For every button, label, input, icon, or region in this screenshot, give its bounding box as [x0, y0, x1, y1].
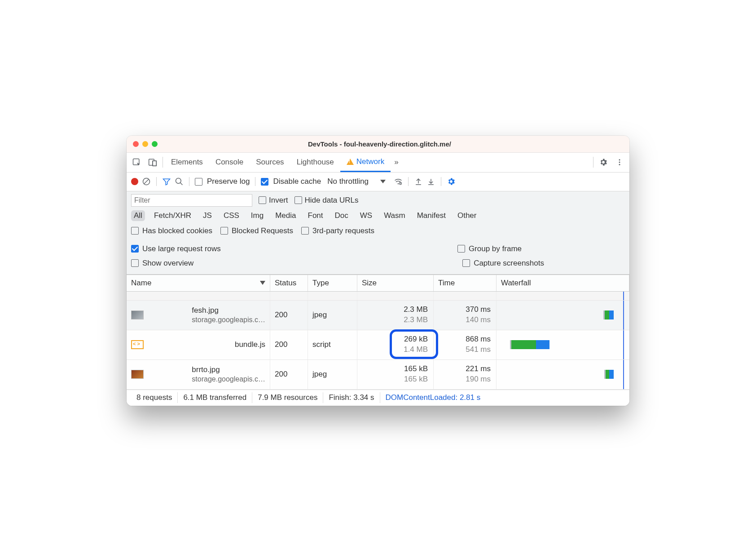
size-cell: 269 kB1.4 MB: [357, 330, 434, 359]
divider: [255, 177, 255, 186]
filter-input[interactable]: [131, 194, 252, 207]
upload-har-icon[interactable]: [414, 177, 423, 186]
select-value: No throttling: [327, 177, 369, 186]
time-cell: 370 ms140 ms: [434, 301, 497, 330]
invert-checkbox[interactable]: Invert: [259, 196, 288, 205]
resource-origin: storage.googleapis.c…: [192, 375, 265, 384]
group-by-frame-checkbox[interactable]: Group by frame: [457, 244, 625, 253]
svg-line-8: [144, 179, 149, 184]
table-header: Name Status Type Size Time Waterfall: [127, 275, 629, 292]
status-domcontentloaded: DOMContentLoaded: 2.81 s: [380, 392, 486, 404]
chevron-right-icon: »: [394, 158, 398, 167]
time-cell: 221 ms190 ms: [434, 360, 497, 389]
search-icon[interactable]: [175, 177, 184, 186]
time-cell: 868 ms541 ms: [434, 330, 497, 359]
waterfall-cell: [497, 360, 629, 389]
sort-desc-icon: [260, 281, 265, 285]
divider: [593, 157, 593, 168]
disable-cache-checkbox[interactable]: Disable cache: [261, 177, 321, 186]
resource-origin: storage.googleapis.c…: [192, 315, 265, 324]
table-row[interactable]: bundle.js200script269 kB1.4 MB868 ms541 …: [127, 330, 629, 360]
partial-row: [127, 292, 629, 301]
throttling-select[interactable]: No throttling: [327, 177, 386, 186]
has-blocked-cookies-checkbox[interactable]: Has blocked cookies: [131, 226, 212, 235]
tab-label: Lighthouse: [297, 158, 334, 167]
waterfall-cell: [497, 301, 629, 330]
settings-icon[interactable]: [595, 154, 611, 170]
status-bar: 8 requests 6.1 MB transferred 7.9 MB res…: [127, 390, 629, 406]
type-chip-all[interactable]: All: [131, 210, 145, 221]
file-thumbnail: [131, 310, 144, 319]
filter-icon[interactable]: [162, 177, 171, 186]
type-chip-css[interactable]: CSS: [221, 210, 242, 221]
inspect-element-icon[interactable]: [128, 154, 145, 170]
window-title: DevTools - foul-heavenly-direction.glitc…: [136, 140, 623, 148]
type-cell: script: [308, 330, 357, 359]
preserve-log-checkbox[interactable]: Preserve log: [195, 177, 250, 186]
file-thumbnail: [131, 340, 144, 349]
label: 3rd-party requests: [312, 226, 374, 235]
status-transferred: 6.1 MB transferred: [178, 392, 252, 404]
download-har-icon[interactable]: [426, 177, 435, 186]
column-type[interactable]: Type: [308, 275, 357, 291]
record-button[interactable]: [131, 178, 138, 185]
network-conditions-icon[interactable]: [394, 177, 403, 186]
clear-icon[interactable]: [142, 177, 151, 186]
time-marker: [623, 301, 624, 330]
tab-network[interactable]: Network: [340, 153, 391, 172]
status-requests: 8 requests: [131, 392, 178, 404]
large-rows-checkbox[interactable]: Use large request rows: [131, 244, 221, 253]
svg-point-9: [176, 178, 181, 184]
tab-elements[interactable]: Elements: [165, 153, 209, 172]
type-chip-doc[interactable]: Doc: [332, 210, 351, 221]
tab-lighthouse[interactable]: Lighthouse: [290, 153, 340, 172]
column-time[interactable]: Time: [434, 275, 497, 291]
resource-name: fesh.jpg: [192, 306, 265, 315]
titlebar: DevTools - foul-heavenly-direction.glitc…: [127, 136, 629, 153]
type-cell: jpeg: [308, 301, 357, 330]
label: Capture screenshots: [474, 259, 544, 268]
type-chip-fetch[interactable]: Fetch/XHR: [151, 210, 194, 221]
tab-sources[interactable]: Sources: [250, 153, 290, 172]
table-row[interactable]: fesh.jpgstorage.googleapis.c…200jpeg2.3 …: [127, 301, 629, 330]
more-menu-icon[interactable]: [611, 154, 628, 170]
waterfall-cell: [497, 330, 629, 359]
status-cell: 200: [270, 301, 308, 330]
type-chip-js[interactable]: JS: [200, 210, 215, 221]
type-chip-other[interactable]: Other: [455, 210, 479, 221]
blocked-requests-checkbox[interactable]: Blocked Requests: [220, 226, 293, 235]
show-overview-checkbox[interactable]: Show overview: [131, 259, 193, 268]
type-chip-manifest[interactable]: Manifest: [414, 210, 448, 221]
column-name[interactable]: Name: [127, 275, 270, 291]
tab-label: Console: [215, 158, 243, 167]
status-finish: Finish: 3.34 s: [323, 392, 380, 404]
more-tabs-button[interactable]: »: [391, 153, 402, 172]
type-chip-font[interactable]: Font: [305, 210, 326, 221]
tab-label: Elements: [171, 158, 203, 167]
type-chip-ws[interactable]: WS: [357, 210, 375, 221]
file-thumbnail: [131, 370, 144, 379]
network-toolbar: Preserve log Disable cache No throttling: [127, 173, 629, 191]
tab-console[interactable]: Console: [209, 153, 250, 172]
column-status[interactable]: Status: [270, 275, 308, 291]
table-row[interactable]: brrto.jpgstorage.googleapis.c…200jpeg165…: [127, 360, 629, 390]
type-chip-wasm[interactable]: Wasm: [381, 210, 408, 221]
type-chip-img[interactable]: Img: [248, 210, 266, 221]
capture-screenshots-checkbox[interactable]: Capture screenshots: [462, 259, 625, 268]
hide-data-urls-checkbox[interactable]: Hide data URLs: [294, 196, 359, 205]
resource-name: brrto.jpg: [192, 365, 265, 374]
third-party-checkbox[interactable]: 3rd-party requests: [301, 226, 374, 235]
time-marker: [623, 292, 624, 300]
waterfall-bar: [603, 310, 614, 319]
network-settings-icon[interactable]: [447, 177, 456, 186]
column-size[interactable]: Size: [357, 275, 434, 291]
label: Has blocked cookies: [142, 226, 212, 235]
options-row-2: Use large request rows Group by frame: [127, 238, 629, 256]
type-chip-media[interactable]: Media: [273, 210, 299, 221]
device-toolbar-icon[interactable]: [145, 154, 161, 170]
column-waterfall[interactable]: Waterfall: [497, 275, 629, 291]
tab-label: Sources: [256, 158, 284, 167]
svg-point-4: [619, 159, 620, 160]
label: Invert: [269, 196, 288, 205]
svg-rect-2: [153, 161, 156, 166]
